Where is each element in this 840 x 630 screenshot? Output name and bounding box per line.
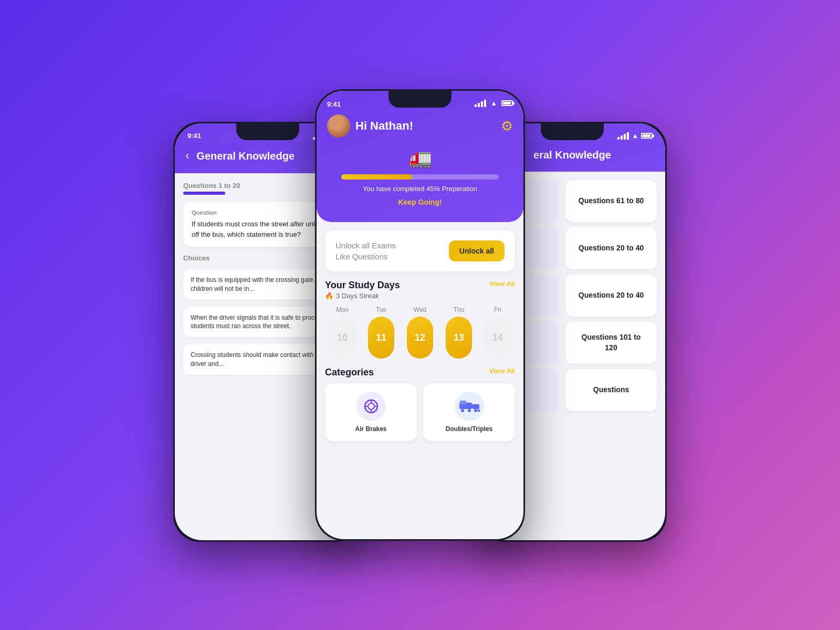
status-icons-right: ▲: [617, 132, 653, 140]
streak-row: 🔥 3 Days Streak: [325, 292, 400, 300]
category-name-airbrakes: Air Brakes: [355, 425, 386, 433]
days-row: Mon 10 Tue 11 Wed 12 Thu: [325, 306, 515, 359]
day-label-mon: Mon: [336, 306, 348, 313]
left-title: General Knowledge: [196, 150, 295, 162]
q-range-20-40-2[interactable]: Questions 20 to 40: [565, 275, 657, 317]
svg-point-8: [461, 409, 464, 412]
notch-right: [541, 123, 604, 140]
back-button-left[interactable]: ‹: [185, 149, 189, 163]
signal-icon-center: [475, 100, 486, 107]
day-pill-mon[interactable]: 10: [329, 317, 355, 359]
avatar-image: [327, 114, 350, 138]
progress-bar-track: [341, 174, 499, 180]
day-label-thu: Thu: [454, 306, 465, 313]
progress-bar-fill: [341, 174, 412, 180]
study-days-title: Your Study Days: [325, 280, 400, 291]
svg-point-1: [368, 403, 374, 410]
svg-point-11: [474, 409, 477, 412]
center-header: 9:41 ▲: [317, 91, 523, 222]
status-time-left: 9:41: [187, 132, 201, 140]
day-label-fri: Fri: [494, 306, 501, 313]
gear-icon-center[interactable]: ⚙: [501, 118, 513, 134]
status-icons-center: ▲: [475, 99, 513, 107]
categories-header: Categories View All: [325, 367, 515, 378]
categories-section: Categories View All: [325, 367, 515, 441]
keep-going-text: Keep Going!: [398, 198, 442, 206]
day-fri: Fri 14: [480, 306, 515, 359]
doubles-icon: [455, 392, 484, 421]
day-pill-thu[interactable]: 13: [446, 317, 472, 359]
center-top-row: Hi Nathan! ⚙: [327, 114, 513, 138]
day-wed: Wed 12: [403, 306, 437, 359]
truck-icon: 🚛: [408, 147, 432, 169]
progress-mini-left: [183, 192, 225, 195]
day-mon: Mon 10: [325, 306, 360, 359]
unlock-card: Unlock all Exams Like Questions Unlock a…: [325, 230, 515, 271]
avatar-center: [327, 114, 350, 138]
prep-text: You have completed 45% Preperation: [363, 185, 477, 193]
study-days-section: Your Study Days 🔥 3 Days Streak View All…: [325, 280, 515, 359]
greeting-text: Hi Nathan!: [355, 119, 413, 133]
right-title: eral Knowledge: [533, 149, 611, 161]
svg-rect-7: [460, 401, 466, 405]
category-card-doubles[interactable]: Doubles/Triples: [423, 383, 515, 441]
truck-area: 🚛 You have completed 45% Preperation Kee…: [327, 147, 513, 206]
notch-left: [236, 123, 299, 140]
day-pill-tue[interactable]: 11: [368, 317, 394, 359]
air-brakes-icon: [356, 392, 386, 421]
q-range-101-120[interactable]: Questions 101 to 120: [565, 322, 657, 364]
fire-icon: 🔥: [325, 292, 333, 300]
day-tue: Tue 11: [364, 306, 398, 359]
day-label-wed: Wed: [414, 306, 426, 313]
categories-view-all[interactable]: View All: [489, 367, 515, 375]
q-range-61-80[interactable]: Questions 61 to 80: [565, 180, 657, 222]
notch-center: [388, 91, 452, 108]
categories-title: Categories: [325, 367, 374, 378]
q-range-20-40-1[interactable]: Questions 20 to 40: [565, 227, 657, 269]
status-time-center: 9:41: [327, 98, 341, 108]
streak-text: 3 Days Streak: [336, 292, 379, 300]
unlock-button[interactable]: Unlock all: [449, 240, 505, 261]
svg-rect-10: [472, 404, 479, 409]
category-card-airbrakes[interactable]: Air Brakes: [325, 383, 417, 441]
svg-point-9: [468, 409, 471, 412]
center-scroll: Unlock all Exams Like Questions Unlock a…: [317, 222, 523, 539]
wifi-icon-center: ▲: [490, 99, 497, 107]
q-range-last[interactable]: Questions: [565, 369, 657, 411]
svg-point-12: [477, 410, 480, 412]
phones-container: 9:41 ▲ ‹ General Knowledge: [131, 66, 709, 564]
categories-row: Air Brakes: [325, 383, 515, 441]
user-row: Hi Nathan!: [327, 114, 413, 138]
day-pill-wed[interactable]: 12: [407, 317, 433, 359]
day-label-tue: Tue: [376, 306, 386, 313]
battery-center: [501, 100, 513, 106]
day-thu: Thu 13: [442, 306, 476, 359]
wifi-icon-right: ▲: [632, 132, 638, 140]
battery-right: [641, 133, 653, 139]
phone-center: 9:41 ▲: [315, 89, 525, 541]
day-pill-fri[interactable]: 14: [485, 317, 511, 359]
signal-icon-right: [617, 132, 629, 140]
category-name-doubles: Doubles/Triples: [446, 425, 492, 433]
study-days-header: Your Study Days 🔥 3 Days Streak View All: [325, 280, 515, 300]
unlock-text: Unlock all Exams Like Questions: [335, 240, 396, 262]
study-days-view-all[interactable]: View All: [489, 280, 515, 288]
